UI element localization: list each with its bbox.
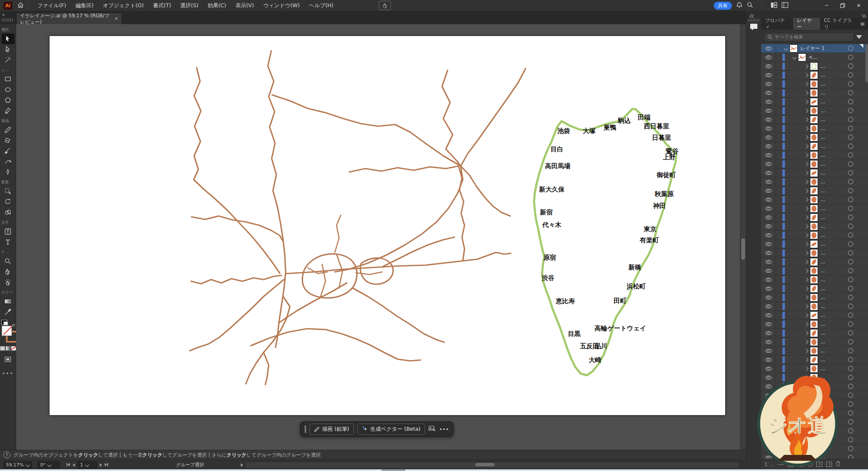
layer-thumbnail[interactable] <box>810 347 818 355</box>
layer-label[interactable]: ... <box>821 223 825 229</box>
layer-label[interactable]: ... <box>821 357 825 363</box>
menu-item-3[interactable]: 書式(T) <box>148 0 175 11</box>
rotate-view-tool[interactable] <box>2 277 14 288</box>
expand-chevron-icon[interactable] <box>804 206 809 211</box>
target-circle-icon[interactable] <box>848 330 853 335</box>
visibility-eye-icon[interactable] <box>761 80 776 88</box>
expand-chevron-icon[interactable] <box>804 162 809 166</box>
panel-scrollbar[interactable] <box>865 44 868 129</box>
layer-label[interactable]: ... <box>821 312 825 318</box>
taskbar-grip[interactable] <box>305 425 306 433</box>
expand-chevron-icon[interactable] <box>804 313 809 317</box>
visibility-eye-icon[interactable] <box>761 355 776 364</box>
rotation-select[interactable]: 0° <box>38 461 60 468</box>
filter-funnel-icon[interactable] <box>856 35 862 39</box>
edit-toolbar-icon[interactable]: ••• <box>2 371 14 377</box>
color-button[interactable] <box>0 346 5 351</box>
more-options-icon[interactable]: ••• <box>439 426 449 432</box>
target-circle-icon[interactable] <box>848 304 853 309</box>
target-circle-icon[interactable] <box>848 313 853 318</box>
layer-label[interactable]: ... <box>821 250 825 256</box>
visibility-eye-icon[interactable] <box>761 71 776 79</box>
expand-chevron-icon[interactable] <box>804 91 809 95</box>
target-circle-icon[interactable] <box>848 179 853 184</box>
layer-row-child[interactable]: ... <box>761 115 868 124</box>
menu-item-6[interactable]: 表示(V) <box>231 0 259 11</box>
target-circle-icon[interactable] <box>848 410 853 416</box>
menu-item-5[interactable]: 効果(C) <box>203 0 231 11</box>
layer-row-child[interactable]: ... <box>761 302 868 311</box>
target-circle-icon[interactable] <box>848 446 853 451</box>
target-circle-icon[interactable] <box>848 224 853 229</box>
target-circle-icon[interactable] <box>848 152 853 158</box>
pencil-tool[interactable] <box>2 125 14 135</box>
layer-thumbnail[interactable] <box>810 356 818 363</box>
polygon-tool[interactable] <box>2 95 14 105</box>
target-circle-icon[interactable] <box>848 170 853 175</box>
expand-chevron-icon[interactable] <box>804 153 809 157</box>
layer-label[interactable]: ... <box>821 188 825 194</box>
layer-label[interactable]: ... <box>821 125 825 131</box>
layer-thumbnail[interactable] <box>810 312 818 319</box>
layer-label[interactable]: ... <box>821 339 825 345</box>
visibility-eye-icon[interactable] <box>761 258 776 266</box>
layer-row-child[interactable]: ... <box>761 311 868 320</box>
target-circle-icon[interactable] <box>848 357 853 362</box>
visibility-eye-icon[interactable] <box>761 346 776 355</box>
window-close-button[interactable]: ✕ <box>853 1 865 10</box>
layer-row-child[interactable]: ... <box>761 355 868 364</box>
target-circle-icon[interactable] <box>848 375 853 380</box>
fill-swatch[interactable] <box>2 326 12 336</box>
notifications-bell-icon[interactable] <box>736 2 743 10</box>
default-fill-stroke-icon[interactable] <box>1 320 7 325</box>
visibility-eye-icon[interactable] <box>761 320 776 328</box>
shaper-tool[interactable] <box>2 105 14 116</box>
expand-chevron-icon[interactable] <box>804 340 809 344</box>
layer-row-child[interactable]: ... <box>761 266 868 275</box>
menu-item-1[interactable]: 編集(E) <box>71 0 98 11</box>
first-artboard-button[interactable] <box>67 462 70 468</box>
expand-chevron-icon[interactable] <box>804 242 809 246</box>
target-circle-icon[interactable] <box>848 126 853 131</box>
layer-row-child[interactable]: ... <box>761 293 868 302</box>
layer-label[interactable]: ... <box>821 303 825 309</box>
workspace-switcher-icon[interactable] <box>782 2 788 9</box>
toolbar-collapse-icon[interactable]: » <box>2 12 4 17</box>
rectangle-tool[interactable] <box>2 74 14 84</box>
target-circle-icon[interactable] <box>848 384 853 389</box>
vscroll-thumb[interactable] <box>741 238 745 260</box>
gradient-tool[interactable] <box>2 296 14 307</box>
expand-chevron-icon[interactable] <box>804 295 809 299</box>
layer-label[interactable]: ... <box>821 330 825 336</box>
layer-thumbnail[interactable] <box>810 152 818 159</box>
swap-fill-stroke-icon[interactable]: ⇄ <box>12 323 15 327</box>
layer-label[interactable]: ... <box>821 99 825 105</box>
layer-thumbnail[interactable] <box>810 223 818 230</box>
menu-item-4[interactable]: 選択(S) <box>176 0 203 11</box>
magic-wand-tool[interactable] <box>2 55 14 65</box>
layer-label[interactable]: ... <box>821 294 825 300</box>
visibility-eye-icon[interactable] <box>761 124 776 133</box>
visibility-eye-icon[interactable] <box>761 266 776 275</box>
layer-label[interactable]: ... <box>821 108 825 114</box>
zoom-level-select[interactable]: 59.17% <box>3 461 32 468</box>
expand-chevron-icon[interactable] <box>804 73 809 77</box>
layer-row-child[interactable]: ... <box>761 346 868 355</box>
layer-row-child[interactable]: ... <box>761 133 868 142</box>
direct-selection-tool[interactable] <box>2 44 14 55</box>
layer-row-child[interactable]: ... <box>761 89 868 97</box>
illustrator-app-icon[interactable]: Ai <box>3 2 12 10</box>
visibility-eye-icon[interactable] <box>761 222 776 230</box>
layer-label[interactable]: ... <box>821 268 825 274</box>
layer-thumbnail[interactable] <box>810 63 818 70</box>
hscroll-thumb[interactable] <box>475 463 495 466</box>
target-circle-icon[interactable] <box>848 259 853 264</box>
expand-chevron-icon[interactable] <box>804 108 809 113</box>
expand-chevron-icon[interactable] <box>804 82 809 86</box>
layer-thumbnail[interactable] <box>810 267 818 274</box>
selection-tool[interactable] <box>2 33 14 44</box>
layer-label[interactable]: <... <box>809 54 818 60</box>
visibility-eye-icon[interactable] <box>761 293 776 302</box>
layer-thumbnail[interactable] <box>810 196 818 203</box>
previous-artboard-button[interactable] <box>72 463 75 467</box>
